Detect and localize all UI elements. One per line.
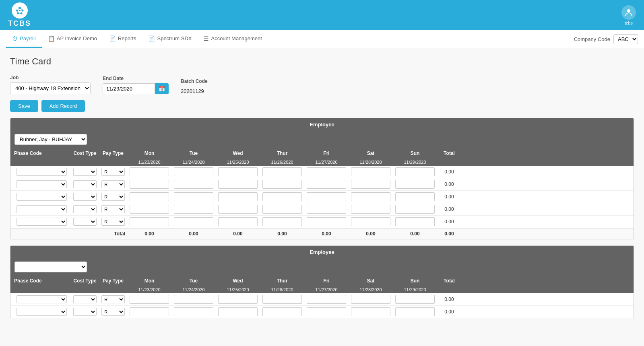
save-button[interactable]: Save xyxy=(10,100,38,112)
pay-type-select-1-5[interactable]: R xyxy=(101,218,125,226)
job-select[interactable]: 400 - Highway 18 Extension xyxy=(10,82,91,94)
thur-input-1-5[interactable] xyxy=(262,217,302,226)
mon-input-1-5[interactable] xyxy=(130,217,169,226)
sat-input-1-1[interactable] xyxy=(351,167,391,176)
date-mon: 11/23/2020 xyxy=(127,159,171,166)
wed-input-1-2[interactable] xyxy=(218,180,258,189)
wed-input-1-4[interactable] xyxy=(218,205,258,214)
cost-type-select-1-5[interactable] xyxy=(73,218,97,226)
calendar-button[interactable]: 📅 xyxy=(155,83,169,94)
thur-input-1-1[interactable] xyxy=(262,167,302,176)
sun-input-1-2[interactable] xyxy=(395,180,435,189)
tue-input-1-2[interactable] xyxy=(174,180,214,189)
cost-type-select-2-1[interactable] xyxy=(73,295,97,303)
th-cost-type-2: Cost Type xyxy=(71,276,99,286)
add-record-button[interactable]: Add Record xyxy=(41,100,85,112)
pay-type-select-1-4[interactable]: R xyxy=(101,205,125,213)
batch-code-label: Batch Code xyxy=(181,78,208,84)
tue-input-1-1[interactable] xyxy=(174,167,214,176)
mon-input-2-1[interactable] xyxy=(130,295,169,304)
wed-input-2-2[interactable] xyxy=(218,307,258,316)
thur-input-1-3[interactable] xyxy=(262,192,302,201)
pay-type-select-1-1[interactable]: R xyxy=(101,168,125,176)
employee-select-1[interactable]: Buhner, Jay - BUHJAY xyxy=(14,134,87,145)
nav-spectrum[interactable]: 📄 Spectrum SDX xyxy=(142,30,198,48)
end-date-input[interactable]: 11/29/2020 xyxy=(103,83,155,94)
sun-input-1-3[interactable] xyxy=(395,192,435,201)
nav-account-management[interactable]: ☰ Account Management xyxy=(198,30,268,48)
wed-input-1-3[interactable] xyxy=(218,192,258,201)
table-col-headers-1: Phase Code Cost Type Pay Type Mon Tue We… xyxy=(10,148,634,159)
sat-input-2-1[interactable] xyxy=(351,295,391,304)
tue-input-1-4[interactable] xyxy=(174,205,214,214)
sat-input-1-3[interactable] xyxy=(351,192,391,201)
table-row: R 0.00 xyxy=(10,191,634,203)
company-code-select[interactable]: ABC xyxy=(613,34,638,44)
wed-input-1-1[interactable] xyxy=(218,167,258,176)
mon-input-1-2[interactable] xyxy=(130,180,169,189)
sun-input-2-1[interactable] xyxy=(395,295,435,304)
tue-input-2-1[interactable] xyxy=(174,295,214,304)
page-title: Time Card xyxy=(10,56,634,67)
sat-input-2-2[interactable] xyxy=(351,307,391,316)
tue-input-2-2[interactable] xyxy=(174,307,214,316)
phase-code-select-1-2[interactable] xyxy=(17,180,67,188)
mon-input-1-3[interactable] xyxy=(130,192,169,201)
mon-input-2-2[interactable] xyxy=(130,307,169,316)
phase-code-select-2-2[interactable] xyxy=(17,308,67,316)
fri-input-2-1[interactable] xyxy=(307,295,347,304)
sat-input-1-4[interactable] xyxy=(351,205,391,214)
phase-code-select-1-1[interactable] xyxy=(17,168,67,176)
mon-input-1-4[interactable] xyxy=(130,205,169,214)
nav-reports[interactable]: 📄 Reports xyxy=(103,30,142,48)
sun-input-1-4[interactable] xyxy=(395,205,435,214)
ap-icon: 📋 xyxy=(48,35,55,42)
pay-type-select-1-2[interactable]: R xyxy=(101,180,125,188)
pay-type-select-2-2[interactable]: R xyxy=(101,308,125,316)
fri-input-1-3[interactable] xyxy=(307,192,347,201)
thur-input-2-2[interactable] xyxy=(262,307,302,316)
fri-input-1-5[interactable] xyxy=(307,217,347,226)
wed-input-1-5[interactable] xyxy=(218,217,258,226)
fri-input-1-2[interactable] xyxy=(307,180,347,189)
cost-type-select-1-1[interactable] xyxy=(73,168,97,176)
phase-code-select-1-3[interactable] xyxy=(17,193,67,201)
th-wed-2: Wed xyxy=(216,276,260,286)
date-input-row: 11/29/2020 📅 xyxy=(103,83,169,94)
phase-code-select-1-5[interactable] xyxy=(17,218,67,226)
thur-input-1-4[interactable] xyxy=(262,205,302,214)
total-2-2: 0.00 xyxy=(437,307,461,316)
table-col-headers-2: Phase Code Cost Type Pay Type Mon Tue We… xyxy=(10,276,634,286)
sun-input-2-2[interactable] xyxy=(395,307,435,316)
pay-type-select-2-1[interactable]: R xyxy=(101,295,125,303)
thur-input-1-2[interactable] xyxy=(262,180,302,189)
cost-type-select-2-2[interactable] xyxy=(73,308,97,316)
sat-input-1-2[interactable] xyxy=(351,180,391,189)
cost-type-select-1-4[interactable] xyxy=(73,205,97,213)
mon-input-1-1[interactable] xyxy=(130,167,169,176)
sun-input-1-5[interactable] xyxy=(395,217,435,226)
employee-row-2 xyxy=(10,258,634,276)
wed-input-2-1[interactable] xyxy=(218,295,258,304)
fri-input-1-1[interactable] xyxy=(307,167,347,176)
tue-input-1-5[interactable] xyxy=(174,217,214,226)
sat-input-1-5[interactable] xyxy=(351,217,391,226)
tue-input-1-3[interactable] xyxy=(174,192,214,201)
thur-input-2-1[interactable] xyxy=(262,295,302,304)
cost-type-select-1-2[interactable] xyxy=(73,180,97,188)
nav-payroll[interactable]: ⏱ Payroll xyxy=(6,30,42,48)
fri-input-1-4[interactable] xyxy=(307,205,347,214)
fri-input-2-2[interactable] xyxy=(307,307,347,316)
total-2-1: 0.00 xyxy=(437,295,461,304)
batch-code-value: 20201129 xyxy=(181,88,208,94)
pay-type-select-1-3[interactable]: R xyxy=(101,193,125,201)
phase-code-select-2-1[interactable] xyxy=(17,295,67,303)
cost-type-select-1-3[interactable] xyxy=(73,193,97,201)
nav-ap-invoice[interactable]: 📋 AP Invoice Demo xyxy=(42,30,103,48)
section-header-2: Employee xyxy=(10,246,634,258)
company-code-area: Company Code ABC xyxy=(574,34,638,44)
employee-select-2[interactable] xyxy=(14,262,87,272)
sun-input-1-1[interactable] xyxy=(395,167,435,176)
phase-code-select-1-4[interactable] xyxy=(17,205,67,213)
date-subheader-2: 11/23/2020 11/24/2020 11/25/2020 11/26/2… xyxy=(10,286,634,293)
